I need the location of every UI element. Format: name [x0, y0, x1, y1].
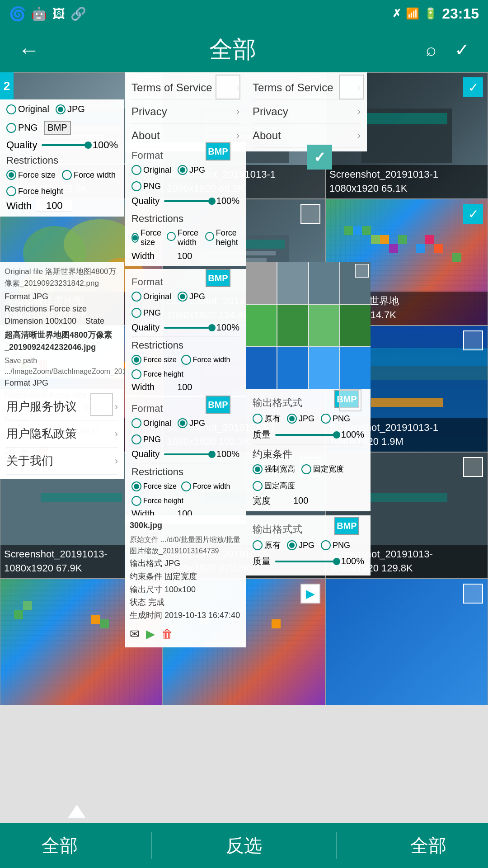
c2-radio-force-width[interactable] — [181, 355, 191, 365]
cn-radio-force-size-1[interactable] — [253, 464, 263, 474]
bottom-nav-right[interactable]: 全部 — [401, 833, 455, 858]
c2-radio-force-height[interactable] — [131, 369, 141, 379]
c3-force-width[interactable]: Force width — [181, 481, 230, 491]
bottom-nav-middle[interactable]: 反选 — [217, 833, 271, 858]
tile-9-checkbox[interactable] — [463, 330, 483, 350]
tile-15-checkbox[interactable] — [463, 584, 483, 604]
c3-radio-png[interactable] — [131, 434, 141, 444]
cn-jpg-1[interactable]: JPG — [287, 414, 314, 424]
cn-force-size-1[interactable]: 强制宽高 — [253, 464, 295, 474]
restrict-force-size[interactable]: Force size — [6, 170, 56, 180]
format-bmp[interactable]: BMP — [44, 121, 70, 135]
c3-png[interactable]: PNG — [131, 434, 161, 444]
c2-force-size[interactable]: Force size — [131, 355, 177, 365]
thumb-checkbox-1[interactable] — [355, 264, 369, 278]
c1-radio-png[interactable] — [131, 181, 141, 191]
cn-quality-slider-1[interactable] — [275, 434, 337, 436]
c2-jpg[interactable]: JPG — [178, 292, 205, 302]
c3-original[interactable]: Original — [131, 418, 171, 428]
cn-privacy[interactable]: 用户隐私政策 › — [6, 420, 118, 448]
c3-radio-force-height[interactable] — [131, 496, 141, 506]
format-png[interactable]: PNG — [6, 123, 38, 133]
c2-radio-force-size[interactable] — [131, 355, 141, 365]
back-button[interactable]: ← — [18, 38, 40, 62]
search-button[interactable]: ⌕ — [426, 39, 436, 60]
cn-about[interactable]: 关于我们 › — [6, 448, 118, 475]
radio-jpg[interactable] — [56, 104, 66, 114]
c3-force-size[interactable]: Force size — [131, 481, 177, 491]
confirm-button[interactable]: ✓ — [455, 39, 470, 60]
radio-png[interactable] — [6, 123, 16, 133]
tile-12-checkbox[interactable] — [463, 457, 483, 477]
c1-original[interactable]: Original — [131, 165, 171, 175]
radio-force-height[interactable] — [6, 186, 16, 196]
c3-radio-force-width[interactable] — [181, 481, 191, 491]
c1-png[interactable]: PNG — [131, 181, 161, 191]
cn-original-1[interactable]: 原有 — [253, 413, 281, 424]
c1-force-size[interactable]: Force size Force width Force height — [131, 228, 239, 247]
cn-png-1[interactable]: PNG — [321, 414, 350, 424]
cn-radio-jpg-2[interactable] — [287, 540, 297, 550]
privacy-1[interactable]: Privacy › — [131, 100, 239, 124]
privacy-2[interactable]: Privacy › — [253, 100, 361, 124]
cn-radio-original-1[interactable] — [253, 414, 263, 424]
bmp-button-c2[interactable]: BMP — [206, 269, 230, 287]
quality-slider-c1[interactable] — [164, 200, 212, 202]
format-jpg[interactable]: JPG — [56, 104, 85, 114]
c1-radio-force-width[interactable] — [167, 232, 176, 244]
quality-thumb-c1[interactable] — [208, 198, 216, 205]
cn-radio-jpg-1[interactable] — [287, 414, 297, 424]
c3-jpg[interactable]: JPG — [178, 418, 205, 428]
right-panel-2-checkbox[interactable] — [339, 75, 364, 99]
bottom-nav-left[interactable]: 全部 — [33, 833, 87, 858]
delete-icon-3[interactable]: 🗑 — [161, 625, 173, 644]
radio-original[interactable] — [6, 104, 16, 114]
c2-radio-jpg[interactable] — [178, 292, 188, 302]
cn-quality-slider-2[interactable] — [275, 561, 337, 562]
tile-15[interactable] — [325, 579, 488, 705]
c1-radio-force-size[interactable] — [131, 233, 139, 243]
cn-force-width-1[interactable]: 固定宽度 — [301, 464, 344, 474]
width-input[interactable] — [36, 200, 72, 212]
quality-thumb[interactable] — [84, 142, 92, 149]
center-panel-1-checkbox[interactable] — [216, 75, 240, 99]
c2-radio-png[interactable] — [131, 308, 141, 318]
about-2[interactable]: About › — [253, 124, 361, 148]
c1-radio-jpg[interactable] — [178, 165, 188, 175]
cn-radio-force-height-1[interactable] — [253, 481, 263, 491]
play-icon-3[interactable]: ▶ — [146, 625, 155, 644]
c2-png[interactable]: PNG — [131, 308, 161, 318]
tile-14-sel[interactable]: ▶ — [300, 584, 320, 604]
c1-jpg[interactable]: JPG — [178, 165, 205, 175]
cn-radio-force-width-1[interactable] — [301, 464, 311, 474]
c2-force-width[interactable]: Force width — [181, 355, 230, 365]
cn-radio-png-1[interactable] — [321, 414, 331, 424]
bmp-button-c3[interactable]: BMP — [206, 396, 230, 414]
quality-slider-c2[interactable] — [164, 327, 212, 329]
c2-original[interactable]: Original — [131, 292, 171, 302]
cn-menu-checkbox[interactable] — [90, 393, 113, 416]
c3-radio-force-size[interactable] — [131, 481, 141, 491]
radio-force-size[interactable] — [6, 170, 16, 180]
tile3-check-indicator[interactable]: ✓ — [307, 145, 332, 170]
restrict-force-width[interactable]: Force width — [62, 170, 116, 180]
c3-radio-original[interactable] — [131, 418, 141, 428]
tile9-extra-checkbox[interactable] — [339, 389, 361, 411]
cn-original-2[interactable]: 原有 — [253, 540, 281, 551]
bmp-button-cn2[interactable]: BMP — [334, 517, 359, 535]
cn-quality-thumb-1[interactable] — [333, 431, 340, 439]
cn-force-height-1[interactable]: 固定高度 — [253, 481, 295, 491]
cn-jpg-2[interactable]: JPG — [287, 540, 314, 550]
tile-6-checkbox[interactable]: ✓ — [463, 204, 483, 224]
radio-force-width[interactable] — [62, 170, 72, 180]
send-icon-3[interactable]: ✉ — [130, 625, 140, 644]
c2-radio-original[interactable] — [131, 292, 141, 302]
restrict-force-height[interactable]: Force height — [6, 186, 63, 196]
tile-5-checkbox[interactable] — [300, 204, 320, 224]
quality-slider[interactable] — [42, 144, 88, 146]
c2-force-height[interactable]: Force height — [131, 369, 183, 379]
bmp-button-c1[interactable]: BMP — [206, 142, 230, 160]
format-original[interactable]: Original — [6, 104, 49, 114]
cn-png-2[interactable]: PNG — [321, 540, 350, 550]
quality-thumb-c2[interactable] — [208, 324, 216, 331]
